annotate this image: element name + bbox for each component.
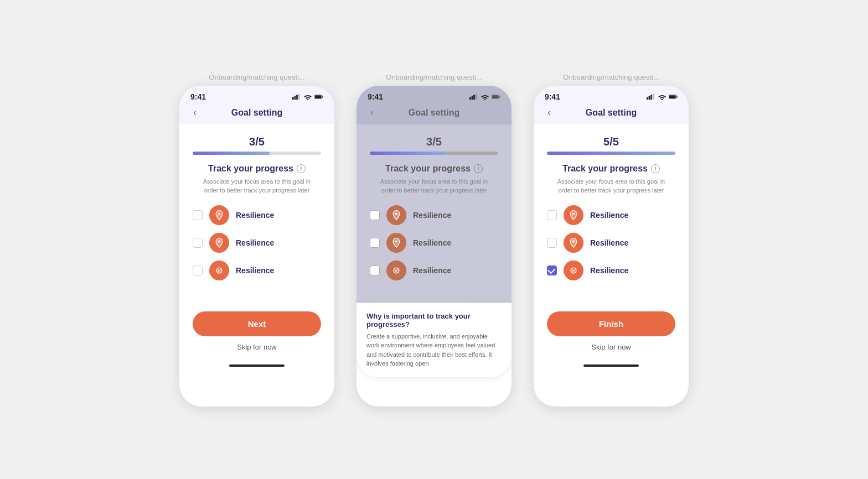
question-title-2: Track your progress i xyxy=(370,164,498,174)
option-label-2-2: Resilience xyxy=(413,266,451,275)
option-list-1: Resilience Resilience xyxy=(193,205,321,280)
screen3-label: Onboarding/matching questi... xyxy=(563,73,659,81)
checkbox-3-0[interactable] xyxy=(547,210,557,220)
nav-title-3: Goal setting xyxy=(586,108,637,118)
finish-button-3[interactable]: Finish xyxy=(547,311,675,336)
option-item-3-0[interactable]: Resilience xyxy=(547,205,675,225)
signal-icon-3 xyxy=(647,93,655,100)
svg-point-28 xyxy=(572,240,575,242)
progress-fill-1 xyxy=(193,152,270,155)
progress-fill-2 xyxy=(370,152,447,155)
svg-rect-25 xyxy=(669,95,676,98)
progress-fraction-1: 3/5 xyxy=(193,136,321,148)
option-item-3-2[interactable]: Resilience xyxy=(547,261,675,280)
checkbox-1-2[interactable] xyxy=(193,265,203,275)
screen3-phone: 9:41 ‹ Goal setting 5/5 Track your progr… xyxy=(534,86,689,407)
checkbox-2-0[interactable] xyxy=(370,210,380,220)
nav-bar-2: ‹ Goal setting xyxy=(356,103,512,124)
tooltip-text-2: Create a supportive, inclusive, and enjo… xyxy=(366,332,502,368)
time-3: 9:41 xyxy=(545,92,560,101)
back-button-3[interactable]: ‹ xyxy=(542,106,556,119)
svg-rect-20 xyxy=(647,97,648,100)
option-item-2-1[interactable]: Resilience xyxy=(370,233,498,253)
svg-rect-11 xyxy=(472,96,473,100)
question-title-1: Track your progress i xyxy=(193,164,321,174)
svg-rect-13 xyxy=(476,93,477,100)
svg-rect-23 xyxy=(653,93,654,100)
resilience-icon-3-2 xyxy=(568,265,579,276)
screen1-label: Onboarding/matching questi... xyxy=(209,73,304,81)
option-label-1-0: Resilience xyxy=(236,211,274,220)
option-label-3-1: Resilience xyxy=(590,238,628,247)
screen2-label: Onboarding/matching questi... xyxy=(386,73,482,81)
option-icon-2-1 xyxy=(386,233,406,253)
svg-rect-1 xyxy=(294,96,296,100)
resilience-icon-2-2 xyxy=(391,265,402,276)
checkbox-2-1[interactable] xyxy=(370,238,380,248)
option-icon-2-2 xyxy=(386,261,406,280)
battery-icon-3 xyxy=(669,93,678,100)
wifi-icon-2 xyxy=(480,93,489,100)
checkbox-1-1[interactable] xyxy=(193,238,203,248)
tooltip-title-2: Why is important to track your progresse… xyxy=(366,312,502,329)
svg-point-17 xyxy=(395,212,397,215)
option-label-1-2: Resilience xyxy=(236,266,274,275)
info-icon-2[interactable]: i xyxy=(474,164,483,173)
nav-title-1: Goal setting xyxy=(231,108,282,118)
option-item-2-2[interactable]: Resilience xyxy=(370,261,498,280)
svg-rect-16 xyxy=(499,96,500,97)
question-subtitle-3: Associate your focus area to this goal i… xyxy=(547,177,675,195)
svg-rect-3 xyxy=(298,93,300,100)
skip-button-1[interactable]: Skip for now xyxy=(193,343,321,356)
bottom-section-1: Next Skip for now xyxy=(179,303,334,356)
option-item-2-0[interactable]: Resilience xyxy=(370,205,498,225)
content-2: 3/5 Track your progress i Associate your… xyxy=(356,124,512,303)
resilience-icon-2-0 xyxy=(391,210,402,221)
status-bar-3: 9:41 xyxy=(534,86,689,103)
option-item-1-1[interactable]: Resilience xyxy=(193,233,321,253)
nav-bar-3: ‹ Goal setting xyxy=(534,103,689,124)
svg-rect-22 xyxy=(650,95,652,100)
nav-bar-1: ‹ Goal setting xyxy=(179,103,334,124)
svg-point-7 xyxy=(218,212,220,215)
next-button-1[interactable]: Next xyxy=(193,311,321,336)
resilience-icon-3-0 xyxy=(568,210,579,221)
option-item-3-1[interactable]: Resilience xyxy=(547,233,675,253)
nav-title-2: Goal setting xyxy=(409,108,459,118)
option-icon-3-2 xyxy=(564,261,583,280)
resilience-icon-1-2 xyxy=(214,265,225,276)
option-item-1-0[interactable]: Resilience xyxy=(193,205,321,225)
skip-button-3[interactable]: Skip for now xyxy=(547,343,675,356)
question-title-3: Track your progress i xyxy=(547,164,675,174)
option-item-1-2[interactable]: Resilience xyxy=(193,261,321,280)
option-icon-3-1 xyxy=(564,233,583,253)
screen2-dimmed-upper: 9:41 ‹ Goal setting 3/5 xyxy=(356,86,512,303)
time-2: 9:41 xyxy=(368,92,383,101)
question-subtitle-1: Associate your focus area to this goal i… xyxy=(193,177,321,195)
svg-rect-10 xyxy=(469,97,471,100)
info-icon-1[interactable]: i xyxy=(297,164,306,173)
question-subtitle-2: Associate your focus area to this goal i… xyxy=(370,177,498,195)
back-button-1[interactable]: ‹ xyxy=(188,106,202,119)
status-icons-1 xyxy=(292,93,323,100)
progress-track-3 xyxy=(547,152,675,155)
svg-rect-5 xyxy=(315,95,322,98)
tooltip-popup-2: Why is important to track your progresse… xyxy=(356,303,512,377)
progress-track-1 xyxy=(193,152,321,155)
option-icon-1-0 xyxy=(209,205,229,225)
checkbox-3-2[interactable] xyxy=(547,265,557,275)
info-icon-3[interactable]: i xyxy=(651,164,660,173)
back-button-2[interactable]: ‹ xyxy=(365,106,379,119)
progress-fraction-2: 3/5 xyxy=(370,136,498,148)
svg-rect-0 xyxy=(292,97,294,100)
svg-rect-21 xyxy=(649,96,650,100)
checkbox-3-1[interactable] xyxy=(547,238,557,248)
screen3-container: Onboarding/matching questi... 9:41 ‹ Goa… xyxy=(534,73,689,407)
checkbox-2-2[interactable] xyxy=(370,265,380,275)
screen2-phone: 9:41 ‹ Goal setting 3/5 xyxy=(356,86,512,407)
svg-rect-15 xyxy=(492,95,499,98)
screen2-container: Onboarding/matching questi... 9:41 ‹ Goa… xyxy=(356,73,512,407)
content-1: 3/5 Track your progress i Associate your… xyxy=(179,124,334,303)
wifi-icon-3 xyxy=(658,93,666,100)
checkbox-1-0[interactable] xyxy=(193,210,203,220)
